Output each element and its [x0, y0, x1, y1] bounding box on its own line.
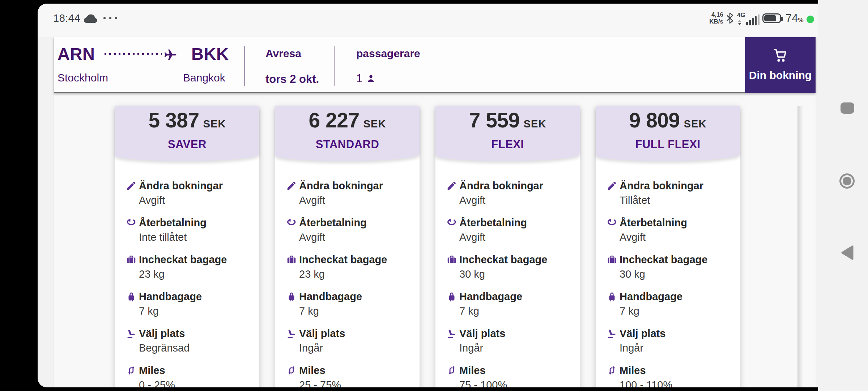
- fare-feature-label: Incheckat bagage: [459, 253, 547, 266]
- fare-name: FLEXI: [435, 138, 580, 151]
- plane-icon: [163, 47, 178, 62]
- carryon-icon: [286, 291, 297, 302]
- more-notifications-icon: [103, 17, 117, 19]
- person-icon: [366, 74, 376, 84]
- refund-icon: [126, 217, 137, 228]
- battery-icon: [762, 13, 781, 23]
- fare-feature-value: 0 - 25%: [139, 379, 175, 387]
- scroll-edge-shadow: [797, 106, 803, 387]
- cart-button-label: Din bokning: [745, 69, 816, 81]
- system-nav-column: [818, 0, 868, 391]
- fare-feature-row: Handbagage 7 kg: [115, 290, 259, 327]
- fare-feature-row: Handbagage 7 kg: [596, 290, 740, 327]
- carryon-icon: [126, 291, 137, 302]
- origin-code[interactable]: ARN: [58, 44, 95, 64]
- fare-feature-row: Ändra bokningar Avgift: [275, 180, 420, 216]
- fare-feature-value: Begränsad: [139, 342, 190, 354]
- passenger-count: 1: [356, 72, 362, 85]
- fare-feature-label: Ändra bokningar: [139, 180, 223, 192]
- fare-price: 9 809: [629, 109, 680, 132]
- back-button[interactable]: [841, 245, 854, 260]
- passengers-value[interactable]: 1: [356, 72, 376, 85]
- fare-card-header: 6 227SEK STANDARD: [275, 106, 420, 161]
- fare-feature-row: Miles 75 - 100%: [435, 364, 580, 387]
- fare-feature-value: 30 kg: [620, 268, 645, 280]
- miles-icon: [286, 365, 297, 376]
- refund-icon: [286, 217, 297, 228]
- fare-feature-value: Avgift: [299, 194, 325, 206]
- green-status-dot: [807, 16, 814, 23]
- fare-feature-value: Avgift: [620, 231, 646, 243]
- seat-icon: [286, 328, 297, 339]
- fare-card[interactable]: Ändra bokningar Avgift Återbetalning Int…: [115, 106, 259, 387]
- fare-feature-row: Ändra bokningar Tillåtet: [596, 180, 740, 216]
- fare-feature-value: Ingår: [299, 342, 323, 354]
- fare-feature-row: Miles 0 - 25%: [115, 364, 259, 387]
- signal-bars-icon: [746, 14, 760, 25]
- header-divider: [335, 46, 335, 86]
- fare-feature-label: Handbagage: [459, 290, 522, 303]
- fare-feature-row: Återbetalning Avgift: [435, 216, 580, 253]
- suitcase-icon: [126, 254, 137, 265]
- fare-feature-label: Återbetalning: [620, 216, 687, 229]
- booking-header: ARN Stockholm BKK Bangkok Avresa tors 2 …: [54, 37, 816, 93]
- fare-feature-label: Ändra bokningar: [299, 180, 383, 192]
- fare-feature-row: Ändra bokningar Avgift: [115, 180, 259, 216]
- miles-icon: [446, 365, 457, 376]
- fare-name: SAVER: [115, 138, 259, 151]
- origin-city: Stockholm: [58, 72, 108, 84]
- pencil-icon: [126, 180, 137, 191]
- fare-feature-label: Incheckat bagage: [620, 253, 707, 266]
- fare-feature-label: Miles: [620, 364, 646, 377]
- suitcase-icon: [607, 254, 617, 265]
- suitcase-icon: [286, 254, 297, 265]
- fare-name: FULL FLEXI: [596, 138, 740, 151]
- fare-feature-label: Incheckat bagage: [139, 253, 227, 266]
- fare-feature-value: Avgift: [299, 231, 325, 243]
- passengers-label: passagerare: [356, 47, 420, 60]
- fare-card-header: 9 809SEK FULL FLEXI: [596, 106, 740, 161]
- fare-feature-label: Återbetalning: [459, 216, 527, 229]
- destination-code[interactable]: BKK: [191, 44, 229, 64]
- fare-feature-label: Handbagage: [620, 290, 682, 303]
- fare-currency: SEK: [363, 118, 386, 130]
- fare-feature-label: Handbagage: [139, 290, 202, 303]
- fare-feature-label: Incheckat bagage: [299, 253, 387, 266]
- fare-feature-row: Miles 25 - 75%: [275, 364, 420, 387]
- fare-rows: Ändra bokningar Avgift Återbetalning Int…: [115, 180, 259, 387]
- fare-rows: Ändra bokningar Avgift Återbetalning Avg…: [275, 180, 420, 387]
- fare-card[interactable]: Ändra bokningar Avgift Återbetalning Avg…: [275, 106, 420, 387]
- fare-feature-value: 23 kg: [299, 268, 325, 280]
- fare-card[interactable]: Ändra bokningar Tillåtet Återbetalning A…: [596, 106, 740, 387]
- fare-feature-row: Välj plats Begränsad: [115, 327, 259, 364]
- fare-feature-label: Handbagage: [299, 290, 362, 303]
- fare-currency: SEK: [524, 118, 546, 130]
- fare-feature-value: Ingår: [459, 342, 483, 354]
- signal-icon: 4G: [737, 12, 760, 26]
- recents-button[interactable]: [841, 102, 854, 114]
- fare-feature-label: Miles: [139, 364, 165, 377]
- fare-feature-label: Välj plats: [139, 327, 185, 340]
- fare-feature-value: 7 kg: [620, 305, 639, 317]
- fare-feature-row: Miles 100 - 110%: [596, 364, 740, 387]
- battery-percent: 74%: [786, 12, 804, 25]
- fare-feature-value: 30 kg: [459, 268, 485, 280]
- fare-price: 7 559: [469, 109, 520, 132]
- fare-feature-label: Återbetalning: [299, 216, 367, 229]
- header-divider: [244, 46, 245, 86]
- home-button[interactable]: [839, 173, 855, 189]
- cart-button[interactable]: Din bokning: [745, 37, 816, 93]
- bluetooth-icon: [726, 12, 734, 24]
- fare-card-header: 7 559SEK FLEXI: [435, 106, 580, 161]
- fare-card[interactable]: Ändra bokningar Avgift Återbetalning Avg…: [435, 106, 580, 387]
- fare-feature-value: 75 - 100%: [459, 379, 507, 387]
- departure-date[interactable]: tors 2 okt.: [265, 73, 319, 86]
- fare-feature-label: Miles: [299, 364, 326, 377]
- fare-feature-label: Återbetalning: [139, 216, 207, 229]
- browser-viewport: ARN Stockholm BKK Bangkok Avresa tors 2 …: [54, 37, 816, 387]
- fare-feature-row: Incheckat bagage 30 kg: [596, 253, 740, 290]
- fare-feature-label: Välj plats: [459, 327, 505, 340]
- data-arrows-icon: [738, 20, 742, 25]
- fare-feature-value: 7 kg: [299, 305, 319, 317]
- fare-feature-value: 100 - 110%: [620, 379, 672, 387]
